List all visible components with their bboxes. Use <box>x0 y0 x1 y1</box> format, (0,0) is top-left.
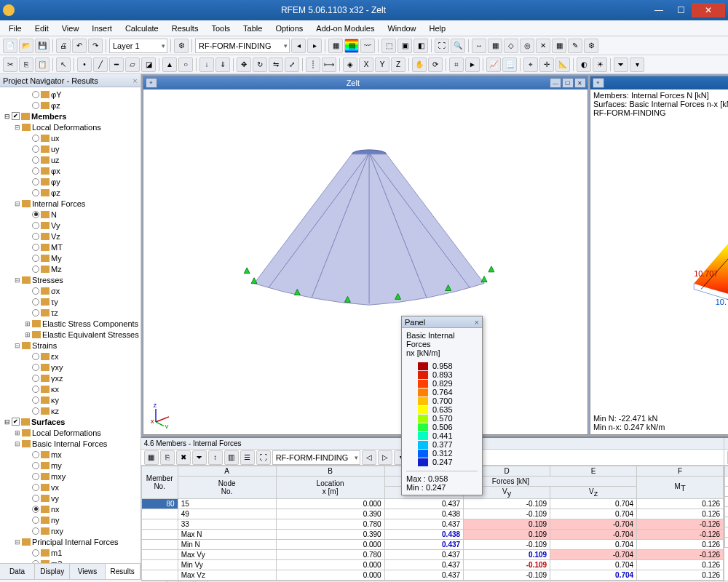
open-icon[interactable]: 📂 <box>19 39 33 53</box>
tree-item[interactable]: ⊟Stresses <box>0 274 141 285</box>
table-prev-icon[interactable]: ◁ <box>362 450 376 465</box>
view-x-icon[interactable]: X <box>359 57 373 72</box>
tree-item[interactable]: σx <box>0 285 141 296</box>
tree-item[interactable]: γxy <box>0 362 141 372</box>
tree-item[interactable]: N <box>0 209 141 220</box>
shaded-icon[interactable]: ◧ <box>414 39 428 53</box>
tree-item[interactable]: My <box>0 252 141 263</box>
view-y-icon[interactable]: Y <box>375 57 389 72</box>
tree-item[interactable]: κz <box>0 405 141 416</box>
table-row[interactable]: Max Vz0.0000.437-0.1090.7040.126 <box>141 570 724 581</box>
menu-window[interactable]: Window <box>381 23 422 34</box>
view-iso-icon[interactable]: ◈ <box>343 57 357 72</box>
tree-item[interactable]: ⊟Strains <box>0 340 141 351</box>
tree-item[interactable]: nx <box>0 503 141 514</box>
move-icon[interactable]: ✥ <box>237 57 251 72</box>
osnap-icon[interactable]: ◎ <box>520 39 534 53</box>
maximize-button[interactable]: ☐ <box>670 3 692 17</box>
prev-icon[interactable]: ◂ <box>291 39 306 53</box>
sidebar-tab-views[interactable]: Views <box>70 564 105 579</box>
table-view-icon[interactable]: ☰ <box>240 450 255 465</box>
mirror-icon[interactable]: ⇋ <box>269 57 283 72</box>
tree-item[interactable]: τz <box>0 307 141 318</box>
tree-item[interactable]: ⊞Local Deformations <box>0 427 141 438</box>
measure-icon[interactable]: 📐 <box>555 57 570 72</box>
report-icon[interactable]: 📃 <box>502 57 517 72</box>
table-delete-icon[interactable]: ✖ <box>176 450 191 465</box>
view-left-canvas[interactable]: x y z <box>143 89 587 434</box>
menu-tools[interactable]: Tools <box>205 23 236 34</box>
tree-item[interactable]: my <box>0 460 141 471</box>
tool-icon[interactable]: ⚙ <box>174 39 189 53</box>
table-loadcase-combo[interactable]: RF-FORM-FINDING <box>272 450 361 465</box>
ucs-icon[interactable]: ⌖ <box>523 57 538 72</box>
sidebar-tab-results[interactable]: Results <box>106 564 141 579</box>
view-right-canvas[interactable]: Members: Internal Forces N [kN] Surfaces… <box>590 89 728 434</box>
tree-item[interactable]: ⊟✔Members <box>0 111 141 121</box>
save-icon[interactable]: 💾 <box>35 39 50 53</box>
tree-item[interactable]: nxy <box>0 525 141 536</box>
menu-file[interactable]: File <box>3 23 28 34</box>
table-row[interactable]: 490.3900.438-0.1090.7040.126 <box>141 509 724 519</box>
sidebar-tab-data[interactable]: Data <box>0 564 35 579</box>
table-row[interactable]: 80150.0000.437-0.1090.7040.126 <box>141 499 724 509</box>
light-icon[interactable]: ☀ <box>593 57 607 72</box>
table-sort-icon[interactable]: ↕ <box>208 450 223 465</box>
member-icon[interactable]: ━ <box>109 57 124 72</box>
tool-d-icon[interactable]: ✎ <box>568 39 582 53</box>
lineload-icon[interactable]: ⇓ <box>215 57 230 72</box>
menu-add-on-modules[interactable]: Add-on Modules <box>310 23 380 34</box>
new-icon[interactable]: 📄 <box>3 39 17 53</box>
load-icon[interactable]: ↓ <box>199 57 214 72</box>
results-icon[interactable]: ▦ <box>328 39 343 53</box>
tree-item[interactable]: ⊞Elastic Equivalent Stresses <box>0 329 141 340</box>
tree-item[interactable]: κy <box>0 394 141 405</box>
tree-item[interactable]: uy <box>0 143 141 154</box>
menu-calculate[interactable]: Calculate <box>119 23 165 34</box>
table-row[interactable]: Min N0.0000.437-0.1090.7040.126 <box>141 540 724 550</box>
tree-item[interactable]: mx <box>0 449 141 460</box>
graph-icon[interactable]: 📈 <box>486 57 501 72</box>
tree-item[interactable]: κx <box>0 383 141 394</box>
tree-item[interactable]: ⊞Elastic Stress Components <box>0 318 141 329</box>
tree-item[interactable]: mxy <box>0 471 141 482</box>
tree-item[interactable]: φz <box>0 100 141 111</box>
solid2-icon[interactable]: ◪ <box>141 57 156 72</box>
filter-icon[interactable]: ⏷ <box>614 57 628 72</box>
node-icon[interactable]: • <box>77 57 92 72</box>
scale-icon[interactable]: ⤢ <box>285 57 299 72</box>
cut-icon[interactable]: ✂ <box>3 57 17 72</box>
redo-icon[interactable]: ↷ <box>88 39 103 53</box>
tree-item[interactable]: εx <box>0 351 141 362</box>
deform-icon[interactable]: 〰 <box>360 39 375 53</box>
menu-view[interactable]: View <box>56 23 85 34</box>
tree-item[interactable]: m2 <box>0 558 141 563</box>
hinge-icon[interactable]: ○ <box>178 57 193 72</box>
tree-item[interactable]: ⊟Principal Internal Forces <box>0 536 141 547</box>
table-filter-icon[interactable]: ⏷ <box>192 450 207 465</box>
extend-icon[interactable]: ⟼ <box>322 57 336 72</box>
sidebar-close-icon[interactable]: × <box>132 76 137 85</box>
menu-table[interactable]: Table <box>237 23 268 34</box>
colormap-icon[interactable]: ▤ <box>344 39 359 53</box>
tree-item[interactable]: Vz <box>0 231 141 242</box>
distance-icon[interactable]: ↔ <box>472 39 486 53</box>
table-excel-icon[interactable]: ▦ <box>144 450 159 465</box>
zoom-fit-icon[interactable]: ⛶ <box>435 39 449 53</box>
tree-item[interactable]: ⊟Local Deformations <box>0 121 141 132</box>
menu-insert[interactable]: Insert <box>86 23 118 34</box>
menu-help[interactable]: Help <box>424 23 452 34</box>
wireframe-icon[interactable]: ⬚ <box>381 39 396 53</box>
render-icon[interactable]: ◐ <box>577 57 591 72</box>
view-left-close-button[interactable]: ✕ <box>574 78 586 88</box>
paste-icon[interactable]: 📋 <box>35 57 50 72</box>
cursor-cross-icon[interactable]: ✛ <box>539 57 554 72</box>
table-row[interactable]: 330.7800.4370.109-0.704-0.126 <box>141 519 724 530</box>
table-copy-icon[interactable]: ⎘ <box>160 450 175 465</box>
line-icon[interactable]: ╱ <box>93 57 108 72</box>
surface-icon[interactable]: ▱ <box>125 57 140 72</box>
color-panel[interactable]: Panel× Basic Internal Forces nx [kN/m] 0… <box>401 316 483 495</box>
tree-item[interactable]: φy <box>0 176 141 187</box>
minimize-button[interactable]: — <box>648 3 670 17</box>
menu-results[interactable]: Results <box>166 23 205 34</box>
